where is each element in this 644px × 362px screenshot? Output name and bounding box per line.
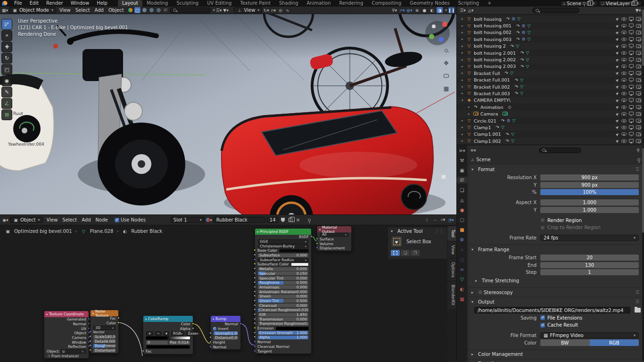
sphere2-icon[interactable] — [149, 7, 155, 13]
disable-render-icon[interactable] — [636, 132, 641, 136]
curve-hook-icon[interactable]: ∽ — [432, 217, 438, 223]
disable-viewport-icon[interactable] — [629, 51, 634, 54]
disable-render-icon[interactable] — [636, 105, 641, 109]
input-socket[interactable] — [254, 249, 256, 251]
sidebar-tab-tool[interactable]: Tool — [447, 226, 456, 241]
time-stretching-header[interactable]: ▸Time Stretching — [469, 276, 643, 285]
outliner-row[interactable]: ▸▽Bracket Full.002↷▽ — [457, 83, 642, 90]
properties-tab-output[interactable]: ⎚ — [457, 177, 467, 183]
slider-field[interactable]: Subsurface0.000 — [258, 254, 308, 257]
expand-arrow-icon[interactable]: ▸ — [462, 58, 466, 62]
axis-y-handle[interactable] — [429, 34, 434, 39]
ramp-gradient[interactable] — [146, 336, 190, 340]
selectable-icon[interactable] — [616, 139, 619, 143]
input-socket[interactable] — [89, 330, 91, 333]
mode-dropdown[interactable]: ▣ Object Mode ▾ — [9, 7, 56, 13]
properties-tab-constraints[interactable]: ∞ — [457, 266, 467, 272]
ramp-tools-dropdown[interactable]: ▾ — [164, 331, 169, 336]
menu-help[interactable]: Help — [93, 0, 111, 6]
expand-arrow-icon[interactable]: ▾ — [462, 99, 466, 102]
node-texture-coordinate[interactable]: ▾Texture CoordinateGeneratedNormalUVObje… — [44, 311, 89, 359]
data-api-icon[interactable]: ⚲ — [635, 147, 641, 153]
selectable-icon[interactable] — [616, 91, 619, 95]
selectable-icon[interactable] — [616, 17, 619, 21]
stop-pos-field[interactable]: Pos0.514 — [169, 341, 190, 345]
use-nodes-checkbox[interactable] — [115, 218, 119, 222]
shading-dropdown-icon[interactable]: ▾ — [445, 8, 447, 12]
selectable-icon[interactable] — [616, 85, 619, 89]
properties-tab-material[interactable]: ◐ — [457, 286, 467, 292]
collapse-caret-icon[interactable]: ▾ — [471, 167, 475, 172]
expand-arrow-icon[interactable]: ▸ — [462, 139, 466, 143]
disable-viewport-icon[interactable] — [629, 58, 634, 61]
expand-arrow-icon[interactable]: ▸ — [462, 24, 466, 28]
ramp-interp-dropdown[interactable]: Ease▾ — [186, 331, 200, 336]
disable-render-icon[interactable] — [636, 51, 641, 55]
slider-field[interactable]: Specular0.150 — [258, 272, 308, 275]
menu-edit[interactable]: Edit — [26, 0, 42, 6]
shader-menu-select[interactable]: Select — [60, 217, 79, 223]
value-field[interactable]: 1 — [540, 269, 639, 275]
disable-viewport-icon[interactable] — [629, 91, 634, 95]
expand-arrow-icon[interactable]: ▸ — [462, 78, 466, 82]
node-canvas[interactable]: ▣ Optimized big bevel.001 › ▽ Plane.028 … — [0, 225, 456, 362]
editor-type-icon[interactable]: ≡▾ — [470, 147, 476, 153]
node-principled-bsdf-header[interactable]: ▾Principled BSDF — [255, 229, 311, 235]
pin-icon[interactable] — [306, 217, 313, 223]
collapse-caret-icon[interactable]: ▾ — [471, 247, 475, 252]
properties-tab-render[interactable]: ▣ — [457, 167, 467, 173]
viewport-menu-view[interactable]: View — [57, 7, 73, 13]
disable-viewport-icon[interactable] — [629, 85, 634, 88]
axis-neg-handle[interactable] — [432, 25, 436, 28]
workspace-tab-sculpting[interactable]: Sculpting — [172, 0, 203, 7]
value-field[interactable]: 900 px — [540, 182, 639, 188]
navigation-gizmo[interactable] — [425, 21, 450, 45]
input-socket[interactable] — [254, 340, 256, 343]
shading-rendered-icon[interactable]: ◑ — [437, 7, 443, 13]
input-socket[interactable] — [254, 290, 256, 293]
input-socket[interactable] — [209, 341, 212, 343]
mode-transfer-icon[interactable] — [127, 7, 133, 13]
tool-select-box[interactable]: ◸ — [1, 19, 12, 30]
workspace-tab-shading[interactable]: Shading — [275, 0, 303, 7]
expand-arrow-icon[interactable]: ▸ — [468, 112, 473, 116]
edit-origins-icon[interactable]: ▢ — [134, 7, 140, 13]
disable-viewport-icon[interactable] — [629, 119, 634, 122]
properties-tab-texture[interactable]: ▦ — [457, 296, 467, 302]
node-material-output[interactable]: ▾Material OutputAll▾SurfaceVolumeDisplac… — [317, 226, 352, 251]
disable-viewport-icon[interactable] — [629, 64, 634, 67]
disable-viewport-icon[interactable] — [629, 105, 634, 108]
checkbox[interactable] — [540, 218, 545, 222]
checkbox-row[interactable]: Render Region — [540, 217, 639, 223]
hide-viewport-icon[interactable] — [621, 99, 627, 102]
transform-orientation-dropdown[interactable]: ⊥ View ▾ — [234, 7, 263, 13]
stop-color-swatch[interactable] — [146, 345, 190, 349]
node-noise-texture-header[interactable]: ▾Noise Texture — [91, 310, 118, 316]
selectable-icon[interactable] — [616, 119, 619, 123]
checkbox[interactable] — [540, 323, 545, 328]
slider-field[interactable]: Emission Strength1.000 — [258, 331, 308, 335]
workspace-tab-modeling[interactable]: Modeling — [142, 0, 173, 7]
slider-field[interactable]: Anisotropic0.000 — [258, 285, 308, 289]
slider-field[interactable]: IOR1.450 — [258, 313, 308, 317]
properties-tab-physics[interactable]: ◌ — [457, 256, 467, 263]
outliner-row[interactable]: ▸▽bolt housing.001↷⚙▽ — [457, 22, 642, 29]
value-field[interactable]: 130 — [540, 262, 639, 268]
value-field[interactable]: 20 — [540, 255, 639, 261]
slot-dropdown[interactable]: Slot 1 ▾ — [171, 217, 205, 223]
overlays-icon[interactable]: ➚▾ — [399, 7, 405, 13]
expand-arrow-icon[interactable]: ▸ — [462, 31, 466, 34]
outliner-row[interactable]: ▸▽Clamp1.001↷▽ — [457, 131, 642, 138]
slider-field[interactable]: Alpha1.000 — [258, 336, 308, 339]
hide-viewport-icon[interactable] — [621, 92, 627, 95]
stereoscopy-header[interactable]: ▸Stereoscopy☰ — [469, 288, 643, 296]
disable-render-icon[interactable] — [636, 112, 641, 116]
input-socket[interactable] — [254, 286, 256, 288]
value-field[interactable]: 900 px — [540, 174, 639, 181]
color-swatch[interactable] — [276, 327, 309, 330]
select-mode-new-button[interactable] — [391, 250, 400, 256]
rgb-button[interactable]: RGB — [590, 339, 639, 346]
slider-field[interactable]: Metallic0.000 — [258, 267, 308, 271]
proportional-edit-icon[interactable]: ◎ — [277, 7, 283, 13]
viewlayer-selector[interactable]: ❏ ViewLayer × — [599, 0, 643, 6]
